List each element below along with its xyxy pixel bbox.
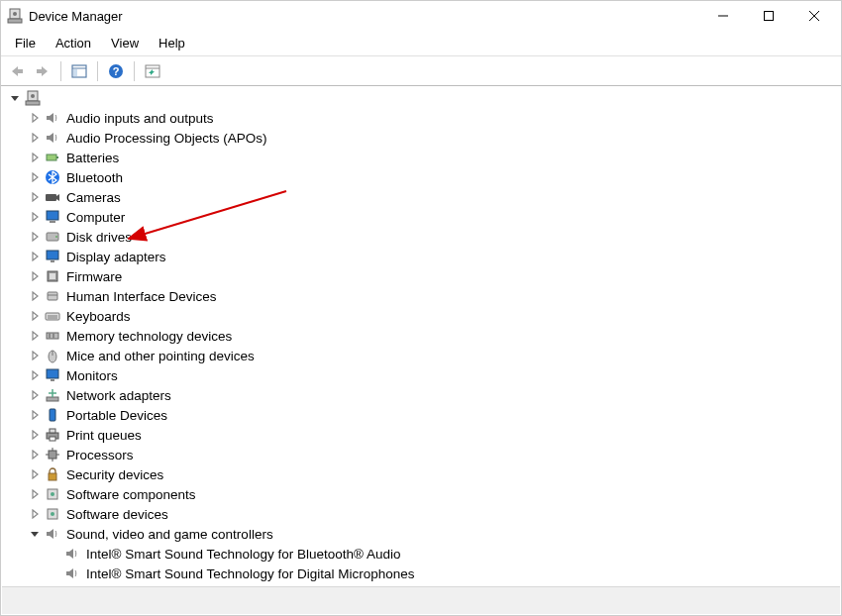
expand-icon[interactable] xyxy=(27,209,43,225)
menu-view[interactable]: View xyxy=(101,33,149,53)
collapse-icon[interactable] xyxy=(7,90,23,106)
svg-point-26 xyxy=(55,236,57,238)
tree-item[interactable]: Disk drives xyxy=(3,227,841,247)
tree-item[interactable]: Audio Processing Objects (APOs) xyxy=(3,128,841,148)
processor-icon xyxy=(45,447,60,462)
svg-rect-48 xyxy=(49,451,56,459)
svg-rect-8 xyxy=(37,69,43,73)
svg-rect-4 xyxy=(765,12,774,21)
tree-item[interactable]: Portable Devices xyxy=(3,405,841,425)
expand-icon[interactable] xyxy=(27,150,43,165)
expand-icon[interactable] xyxy=(27,288,43,304)
window-title: Device Manager xyxy=(29,9,123,24)
speaker-icon xyxy=(45,526,60,542)
svg-rect-38 xyxy=(53,333,54,339)
expand-icon[interactable] xyxy=(27,466,43,482)
close-button[interactable] xyxy=(791,1,837,31)
mouse-icon xyxy=(45,348,60,363)
tree-item[interactable]: Security devices xyxy=(3,464,841,484)
camera-icon xyxy=(45,189,60,205)
software-icon xyxy=(45,486,60,502)
svg-rect-1 xyxy=(8,19,22,23)
tree-item[interactable]: Audio inputs and outputs xyxy=(3,108,841,128)
scan-hardware-button[interactable] xyxy=(141,59,164,83)
svg-rect-7 xyxy=(17,69,23,73)
svg-point-57 xyxy=(51,512,54,516)
expand-icon[interactable] xyxy=(27,110,43,126)
expand-icon[interactable] xyxy=(27,249,43,264)
svg-rect-37 xyxy=(49,333,51,339)
expand-icon[interactable] xyxy=(27,367,43,383)
svg-rect-31 xyxy=(48,292,57,300)
tree-item[interactable]: Batteries xyxy=(3,148,841,167)
expand-icon[interactable] xyxy=(27,348,43,363)
collapse-icon[interactable] xyxy=(27,526,43,542)
tree-item[interactable]: Cameras xyxy=(3,187,841,207)
expand-icon[interactable] xyxy=(27,130,43,146)
tree-item[interactable]: Processors xyxy=(3,445,841,464)
tree-item[interactable]: Software components xyxy=(3,484,841,504)
tree-item-label: Bluetooth xyxy=(66,170,123,185)
expand-icon[interactable] xyxy=(27,328,43,344)
tree-item[interactable]: Mice and other pointing devices xyxy=(3,346,841,365)
tree-item[interactable]: Computer xyxy=(3,207,841,227)
status-bar xyxy=(2,586,840,614)
svg-rect-44 xyxy=(50,409,55,421)
svg-rect-30 xyxy=(50,273,55,279)
tree-item[interactable]: Network adapters xyxy=(3,385,841,405)
svg-rect-20 xyxy=(56,156,58,158)
tree-item[interactable]: Intel® Smart Sound Technology for Blueto… xyxy=(3,544,841,564)
expand-icon[interactable] xyxy=(27,229,43,245)
tree-item[interactable]: Firmware xyxy=(3,266,841,286)
expand-icon[interactable] xyxy=(27,189,43,205)
expand-icon[interactable] xyxy=(27,447,43,462)
minimize-button[interactable] xyxy=(700,1,746,31)
tree-item[interactable]: Intel® Smart Sound Technology for USB Au… xyxy=(3,583,841,585)
maximize-button[interactable] xyxy=(746,1,791,31)
display-icon xyxy=(45,249,60,264)
expand-icon[interactable] xyxy=(27,268,43,284)
expand-icon[interactable] xyxy=(27,506,43,522)
portable-icon xyxy=(45,407,60,423)
expand-icon[interactable] xyxy=(27,427,43,443)
tree-item[interactable]: Intel® Smart Sound Technology for Digita… xyxy=(3,564,841,583)
expand-icon[interactable] xyxy=(27,486,43,502)
tree-item-label: Monitors xyxy=(66,368,118,383)
tree-item[interactable]: Print queues xyxy=(3,425,841,445)
expand-icon[interactable] xyxy=(27,169,43,185)
tree-item[interactable]: Bluetooth xyxy=(3,167,841,187)
tree-item[interactable]: Software devices xyxy=(3,504,841,524)
svg-rect-17 xyxy=(26,101,40,105)
svg-point-18 xyxy=(31,94,35,98)
tree-item-label: Human Interface Devices xyxy=(66,289,217,304)
computer-icon xyxy=(45,209,60,225)
menu-file[interactable]: File xyxy=(5,33,46,53)
help-button[interactable]: ? xyxy=(104,59,128,83)
tree-item[interactable]: Display adapters xyxy=(3,247,841,266)
device-tree[interactable]: Audio inputs and outputsAudio Processing… xyxy=(1,86,841,585)
svg-point-55 xyxy=(51,492,54,496)
nav-back-button[interactable] xyxy=(5,59,29,83)
svg-rect-43 xyxy=(47,397,58,401)
menu-help[interactable]: Help xyxy=(149,33,195,53)
svg-text:?: ? xyxy=(113,65,120,77)
show-hide-console-button[interactable] xyxy=(67,59,91,83)
tree-item[interactable]: Sound, video and game controllers xyxy=(3,524,841,544)
tree-item[interactable]: Keyboards xyxy=(3,306,841,326)
tree-item[interactable] xyxy=(3,88,841,108)
menu-action[interactable]: Action xyxy=(46,33,101,53)
security-icon xyxy=(45,466,60,482)
tree-item-label: Sound, video and game controllers xyxy=(66,527,273,542)
expand-icon[interactable] xyxy=(27,407,43,423)
tree-item[interactable]: Human Interface Devices xyxy=(3,286,841,306)
tree-item-label: Cameras xyxy=(66,190,121,205)
svg-rect-22 xyxy=(46,194,56,201)
menubar: File Action View Help xyxy=(1,31,841,56)
nav-forward-button[interactable] xyxy=(31,59,54,83)
tree-item-label: Software devices xyxy=(66,507,168,522)
tree-item[interactable]: Memory technology devices xyxy=(3,326,841,346)
expand-icon[interactable] xyxy=(27,387,43,403)
tree-item-label: Batteries xyxy=(66,151,119,165)
tree-item[interactable]: Monitors xyxy=(3,365,841,385)
expand-icon[interactable] xyxy=(27,308,43,324)
